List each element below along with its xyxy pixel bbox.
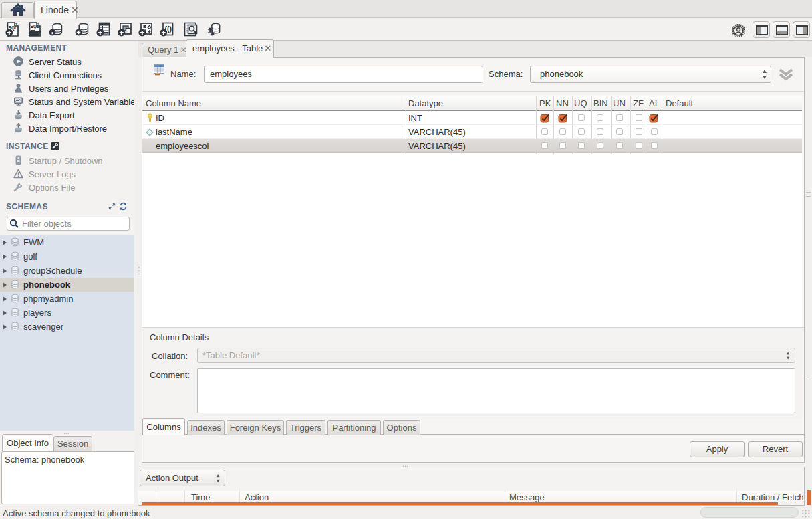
svg-text:SQL: SQL <box>31 24 39 29</box>
